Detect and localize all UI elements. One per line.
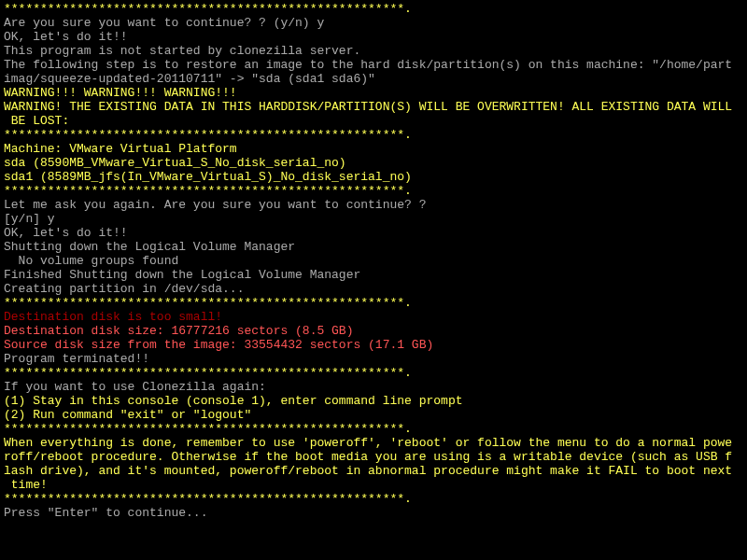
restore-step-message-2: imag/squeeze-updated-20110711" -> "sda (… [4, 72, 743, 86]
disk-sda: sda (8590MB_VMware_Virtual_S_No_disk_ser… [4, 156, 743, 170]
lvm-shutdown: Shutting down the Logical Volume Manager [4, 240, 743, 254]
warning-header: WARNING!!! WARNING!!! WARNING!!! [4, 86, 743, 100]
confirm-again-prompt: Let me ask you again. Are you sure you w… [4, 198, 743, 212]
source-disk-size: Source disk size from the image: 3355443… [4, 338, 743, 352]
ok-message: OK, let's do it!! [4, 226, 743, 240]
creating-partition: Creating partition in /dev/sda... [4, 282, 743, 296]
separator: ****************************************… [4, 366, 743, 380]
program-terminated: Program terminated!! [4, 352, 743, 366]
press-enter-prompt[interactable]: Press "Enter" to continue... [4, 506, 743, 520]
separator: ****************************************… [4, 2, 743, 16]
separator: ****************************************… [4, 128, 743, 142]
confirm-prompt: Are you sure you want to continue? ? (y/… [4, 16, 743, 30]
reuse-option-2: (2) Run command "exit" or "logout" [4, 408, 743, 422]
separator: ****************************************… [4, 422, 743, 436]
separator: ****************************************… [4, 296, 743, 310]
no-volume-groups: No volume groups found [4, 254, 743, 268]
warning-overwrite-1: WARNING! THE EXISTING DATA IN THIS HARDD… [4, 100, 743, 114]
restore-step-message-1: The following step is to restore an imag… [4, 58, 743, 72]
error-disk-too-small: Destination disk is too small! [4, 310, 743, 324]
poweroff-reminder-1: When everything is done, remember to use… [4, 436, 743, 450]
separator: ****************************************… [4, 184, 743, 198]
dest-disk-size: Destination disk size: 16777216 sectors … [4, 324, 743, 338]
ok-message: OK, let's do it!! [4, 30, 743, 44]
poweroff-reminder-4: time! [4, 478, 743, 492]
disk-sda1: sda1 (8589MB_jfs(In_VMware_Virtual_S)_No… [4, 170, 743, 184]
not-server-message: This program is not started by clonezill… [4, 44, 743, 58]
separator: ****************************************… [4, 492, 743, 506]
lvm-shutdown-done: Finished Shutting down the Logical Volum… [4, 268, 743, 282]
confirm-again-answer: [y/n] y [4, 212, 743, 226]
poweroff-reminder-2: roff/reboot procedure. Otherwise if the … [4, 450, 743, 464]
reuse-clonezilla-header: If you want to use Clonezilla again: [4, 380, 743, 394]
warning-overwrite-2: BE LOST: [4, 114, 743, 128]
machine-info: Machine: VMware Virtual Platform [4, 142, 743, 156]
poweroff-reminder-3: lash drive), and it's mounted, poweroff/… [4, 464, 743, 478]
reuse-option-1: (1) Stay in this console (console 1), en… [4, 394, 743, 408]
